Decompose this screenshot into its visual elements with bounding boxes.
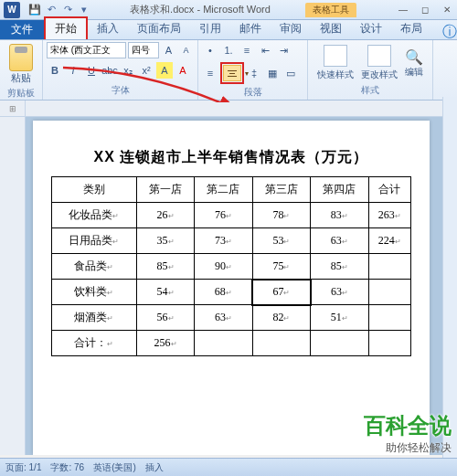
clipboard-group-label: 剪贴板: [4, 87, 38, 100]
table-cell[interactable]: 85↵: [136, 254, 194, 280]
table-cell[interactable]: [311, 331, 368, 356]
tab-design[interactable]: 设计: [351, 18, 391, 39]
paste-button[interactable]: 粘贴: [4, 42, 38, 87]
file-tab[interactable]: 文件: [0, 20, 44, 39]
header-cell[interactable]: 第三店: [252, 177, 310, 203]
table-cell[interactable]: [368, 254, 410, 280]
table-cell[interactable]: 256↵: [136, 331, 194, 356]
italic-button[interactable]: I: [65, 62, 81, 79]
shrink-font-icon[interactable]: A: [178, 42, 194, 58]
table-cell[interactable]: 63↵: [311, 280, 368, 305]
superscript-button[interactable]: x²: [138, 62, 154, 79]
font-name-select[interactable]: 宋体 (西文正文: [47, 42, 126, 58]
table-cell[interactable]: 51↵: [311, 305, 368, 331]
status-insert[interactable]: 插入: [145, 461, 164, 474]
table-row: 化妆品类↵26↵76↵78↵83↵263↵: [52, 203, 411, 228]
table-cell[interactable]: 263↵: [368, 203, 410, 228]
status-page[interactable]: 页面: 1/1: [5, 461, 41, 474]
table-cell[interactable]: 82↵: [252, 305, 310, 331]
bold-button[interactable]: B: [47, 62, 63, 79]
header-cell[interactable]: 第二店: [195, 177, 252, 203]
table-cell[interactable]: 78↵: [252, 203, 310, 228]
table-cell[interactable]: 日用品类↵: [52, 228, 137, 254]
status-words[interactable]: 字数: 76: [50, 461, 84, 474]
tab-references[interactable]: 引用: [190, 18, 230, 39]
numbering-button[interactable]: 1.: [220, 42, 237, 58]
borders-button[interactable]: ▭: [282, 65, 299, 81]
save-icon[interactable]: 💾: [27, 3, 42, 17]
header-cell[interactable]: 合计: [368, 177, 410, 203]
bullets-button[interactable]: •: [202, 42, 218, 58]
strike-button[interactable]: abc: [101, 62, 118, 79]
font-color-button[interactable]: A: [175, 62, 191, 79]
table-cell[interactable]: [252, 331, 310, 356]
table-cell[interactable]: 56↵: [136, 305, 194, 331]
table-cell[interactable]: [368, 280, 410, 305]
tab-page-layout[interactable]: 页面布局: [128, 18, 190, 39]
table-cell[interactable]: 合计：↵: [52, 331, 137, 356]
tab-insert[interactable]: 插入: [88, 18, 128, 39]
table-cell[interactable]: 烟酒类↵: [52, 305, 137, 331]
table-cell[interactable]: 26↵: [136, 203, 194, 228]
edit-button[interactable]: 🔍编辑: [405, 48, 423, 79]
tab-mailings[interactable]: 邮件: [230, 18, 271, 39]
table-cell[interactable]: [368, 305, 410, 331]
document-area: XX 连锁超市上半年销售情况表（万元） 类别 第一店 第二店 第三店 第四店 合…: [0, 117, 457, 455]
table-row: 日用品类↵35↵73↵53↵63↵224↵: [52, 228, 411, 254]
multilevel-button[interactable]: ≡: [239, 42, 255, 58]
vertical-scrollbar[interactable]: [442, 97, 457, 458]
header-cell[interactable]: 类别: [52, 177, 137, 203]
tab-home[interactable]: 开始: [44, 16, 88, 39]
table-cell[interactable]: 化妆品类↵: [52, 203, 137, 228]
tab-view[interactable]: 视图: [311, 18, 351, 39]
table-cell[interactable]: 63↵: [311, 228, 368, 254]
tab-review[interactable]: 审阅: [271, 18, 311, 39]
data-table[interactable]: 类别 第一店 第二店 第三店 第四店 合计 化妆品类↵26↵76↵78↵83↵2…: [51, 176, 411, 356]
decrease-indent-button[interactable]: ⇤: [257, 42, 273, 58]
table-cell[interactable]: 85↵: [311, 254, 368, 280]
table-cell[interactable]: 食品类↵: [52, 254, 137, 280]
table-cell[interactable]: 53↵: [252, 228, 310, 254]
table-cell[interactable]: 54↵: [136, 280, 194, 305]
page[interactable]: XX 连锁超市上半年销售情况表（万元） 类别 第一店 第二店 第三店 第四店 合…: [33, 121, 430, 455]
status-lang[interactable]: 英语(美国): [93, 461, 136, 474]
align-left-button[interactable]: ≡: [202, 65, 218, 81]
table-cell[interactable]: 63↵: [195, 305, 252, 331]
qat-more-icon[interactable]: ▾: [77, 3, 91, 17]
grow-font-icon[interactable]: A: [161, 42, 176, 58]
shading-button[interactable]: ▦: [264, 65, 281, 81]
header-cell[interactable]: 第四店: [311, 177, 368, 203]
header-cell[interactable]: 第一店: [136, 177, 194, 203]
table-cell[interactable]: [195, 331, 252, 356]
align-center-button[interactable]: [223, 65, 241, 81]
close-button[interactable]: ✕: [437, 3, 457, 17]
help-icon[interactable]: ⓘ: [442, 25, 457, 39]
subscript-button[interactable]: x₂: [120, 62, 136, 79]
window-title: 表格求和.docx - Microsoft Word: [95, 3, 305, 16]
minimize-button[interactable]: —: [393, 3, 413, 17]
table-cell[interactable]: 68↵: [195, 280, 252, 305]
highlight-button[interactable]: A: [156, 62, 173, 79]
table-cell[interactable]: 75↵: [252, 254, 310, 280]
font-size-select[interactable]: 四号: [128, 42, 159, 58]
underline-button[interactable]: U: [83, 62, 100, 79]
group-paragraph: • 1. ≡ ⇤ ⇥ ≡ ‡ ▦ ▭ 段落: [198, 40, 308, 100]
table-cell[interactable]: 35↵: [136, 228, 194, 254]
table-cell[interactable]: [368, 331, 410, 356]
table-cell[interactable]: 90↵: [195, 254, 252, 280]
increase-indent-button[interactable]: ⇥: [275, 42, 292, 58]
change-styles-button[interactable]: 更改样式: [361, 45, 398, 81]
center-highlight: [220, 62, 244, 84]
undo-icon[interactable]: ↶: [44, 3, 58, 17]
quick-styles-button[interactable]: 快速样式: [317, 45, 354, 81]
watermark-title: 百科全说: [364, 411, 452, 440]
table-cell[interactable]: 83↵: [311, 203, 368, 228]
tab-layout[interactable]: 布局: [391, 18, 431, 39]
table-cell[interactable]: 224↵: [368, 228, 410, 254]
table-cell[interactable]: 67↵: [252, 280, 310, 305]
table-cell[interactable]: 73↵: [195, 228, 252, 254]
maximize-button[interactable]: ◻: [415, 3, 435, 17]
table-cell[interactable]: 饮料类↵: [52, 280, 137, 305]
redo-icon[interactable]: ↷: [60, 3, 75, 17]
table-cell[interactable]: 76↵: [195, 203, 252, 228]
